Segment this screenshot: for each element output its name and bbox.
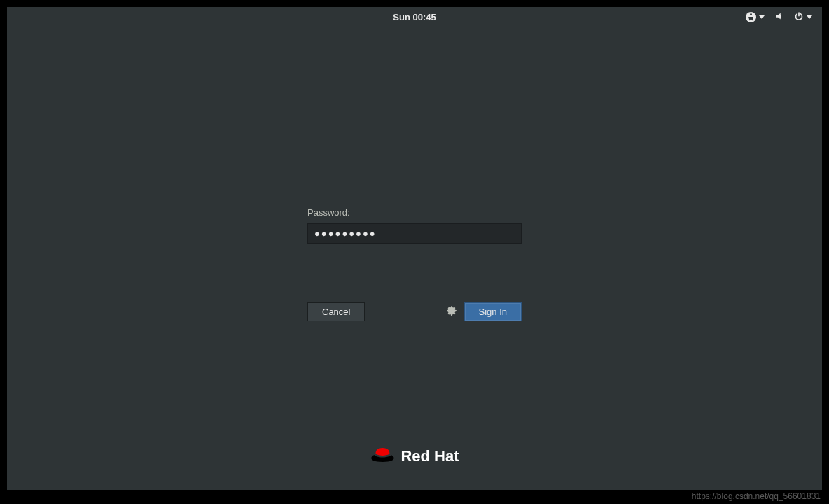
accessibility-icon: [746, 12, 756, 22]
redhat-icon: [370, 445, 395, 468]
brand-logo: Red Hat: [370, 445, 459, 468]
chevron-down-icon: [759, 15, 765, 19]
gear-icon[interactable]: [446, 305, 457, 319]
clock[interactable]: Sun 00:45: [393, 12, 436, 22]
power-menu[interactable]: [794, 11, 812, 23]
top-panel: Sun 00:45: [7, 7, 822, 27]
watermark: https://blog.csdn.net/qq_56601831: [692, 491, 821, 501]
status-area: [746, 11, 812, 23]
signin-group: Sign In: [446, 302, 522, 321]
brand-text: Red Hat: [400, 447, 459, 465]
login-area: Password: Cancel Sign In Red Hat: [7, 27, 822, 490]
power-icon: [794, 11, 804, 23]
lock-screen: Sun 00:45 Password: Cancel: [7, 7, 822, 490]
password-input[interactable]: [307, 223, 522, 244]
accessibility-menu[interactable]: [746, 12, 765, 22]
volume-icon[interactable]: [774, 11, 784, 23]
password-label: Password:: [307, 207, 522, 218]
chevron-down-icon: [807, 15, 812, 19]
button-row: Cancel Sign In: [307, 302, 522, 321]
login-box: Password: Cancel Sign In: [307, 207, 522, 321]
sign-in-button[interactable]: Sign In: [464, 302, 522, 321]
cancel-button[interactable]: Cancel: [307, 302, 365, 321]
